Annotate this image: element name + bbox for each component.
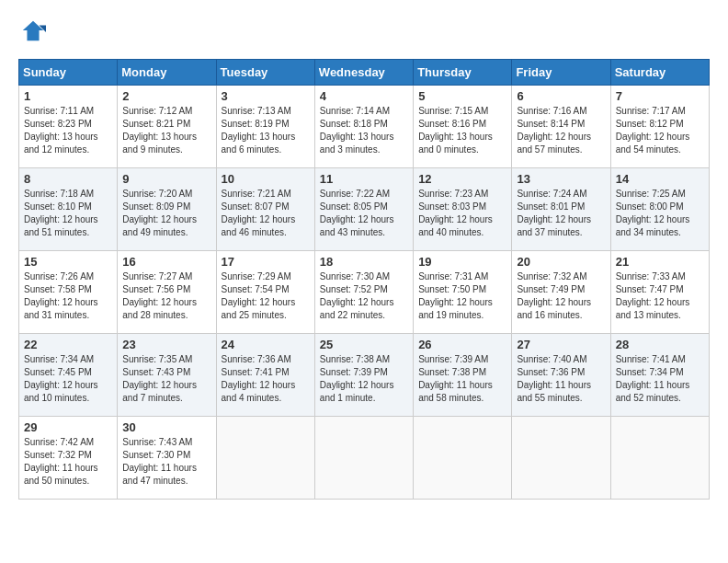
day-number: 12	[418, 172, 506, 186]
calendar-cell: 29Sunrise: 7:42 AMSunset: 7:32 PMDayligh…	[19, 417, 118, 500]
day-info: Sunrise: 7:30 AMSunset: 7:52 PMDaylight:…	[320, 270, 408, 322]
day-number: 28	[616, 338, 704, 351]
day-number: 10	[222, 172, 310, 186]
calendar-cell: 6Sunrise: 7:16 AMSunset: 8:14 PMDaylight…	[512, 86, 610, 168]
day-info: Sunrise: 7:24 AMSunset: 8:01 PMDaylight:…	[517, 188, 605, 239]
day-number: 26	[418, 338, 506, 351]
calendar-cell: 3Sunrise: 7:13 AMSunset: 8:19 PMDaylight…	[216, 86, 314, 168]
day-info: Sunrise: 7:32 AMSunset: 7:49 PMDaylight:…	[517, 270, 605, 322]
day-number: 19	[418, 255, 506, 269]
calendar-cell	[512, 417, 610, 500]
calendar-table: SundayMondayTuesdayWednesdayThursdayFrid…	[18, 59, 710, 500]
day-info: Sunrise: 7:11 AMSunset: 8:23 PMDaylight:…	[24, 105, 112, 156]
day-number: 16	[122, 255, 210, 269]
day-info: Sunrise: 7:43 AMSunset: 7:30 PMDaylight:…	[122, 436, 210, 488]
day-info: Sunrise: 7:33 AMSunset: 7:47 PMDaylight:…	[616, 270, 704, 322]
calendar-cell: 19Sunrise: 7:31 AMSunset: 7:50 PMDayligh…	[414, 251, 512, 334]
calendar-cell: 22Sunrise: 7:34 AMSunset: 7:45 PMDayligh…	[19, 334, 118, 417]
col-header-monday: Monday	[118, 60, 216, 86]
svg-marker-0	[23, 21, 43, 40]
calendar-cell: 15Sunrise: 7:26 AMSunset: 7:58 PMDayligh…	[19, 251, 118, 334]
day-info: Sunrise: 7:25 AMSunset: 8:00 PMDaylight:…	[616, 188, 704, 239]
calendar-cell: 12Sunrise: 7:23 AMSunset: 8:03 PMDayligh…	[414, 168, 512, 251]
calendar-cell: 27Sunrise: 7:40 AMSunset: 7:36 PMDayligh…	[512, 334, 610, 417]
col-header-friday: Friday	[512, 60, 610, 86]
calendar-cell: 18Sunrise: 7:30 AMSunset: 7:52 PMDayligh…	[314, 251, 413, 334]
day-info: Sunrise: 7:39 AMSunset: 7:38 PMDaylight:…	[418, 353, 506, 405]
calendar-cell: 30Sunrise: 7:43 AMSunset: 7:30 PMDayligh…	[118, 417, 216, 500]
day-number: 3	[222, 89, 310, 103]
day-number: 21	[616, 255, 704, 269]
day-number: 25	[320, 338, 408, 351]
calendar-cell: 16Sunrise: 7:27 AMSunset: 7:56 PMDayligh…	[118, 251, 216, 334]
day-info: Sunrise: 7:20 AMSunset: 8:09 PMDaylight:…	[122, 188, 210, 239]
day-info: Sunrise: 7:38 AMSunset: 7:39 PMDaylight:…	[320, 353, 408, 405]
calendar-cell: 11Sunrise: 7:22 AMSunset: 8:05 PMDayligh…	[314, 168, 413, 251]
day-info: Sunrise: 7:31 AMSunset: 7:50 PMDaylight:…	[418, 270, 506, 322]
day-number: 5	[418, 89, 506, 103]
calendar-header-row: SundayMondayTuesdayWednesdayThursdayFrid…	[19, 60, 710, 86]
calendar-cell	[414, 417, 512, 500]
day-number: 7	[616, 89, 704, 103]
calendar-cell: 20Sunrise: 7:32 AMSunset: 7:49 PMDayligh…	[512, 251, 610, 334]
day-info: Sunrise: 7:16 AMSunset: 8:14 PMDaylight:…	[517, 105, 605, 156]
day-number: 22	[24, 338, 112, 351]
calendar-week-row: 8Sunrise: 7:18 AMSunset: 8:10 PMDaylight…	[19, 168, 710, 251]
logo-icon	[20, 18, 46, 44]
day-info: Sunrise: 7:12 AMSunset: 8:21 PMDaylight:…	[122, 105, 210, 156]
day-number: 27	[517, 338, 605, 351]
day-info: Sunrise: 7:21 AMSunset: 8:07 PMDaylight:…	[222, 188, 310, 239]
day-number: 29	[24, 420, 112, 434]
day-number: 15	[24, 255, 112, 269]
calendar-week-row: 1Sunrise: 7:11 AMSunset: 8:23 PMDaylight…	[19, 86, 710, 168]
col-header-thursday: Thursday	[414, 60, 512, 86]
calendar-week-row: 22Sunrise: 7:34 AMSunset: 7:45 PMDayligh…	[19, 334, 710, 417]
day-info: Sunrise: 7:14 AMSunset: 8:18 PMDaylight:…	[320, 105, 408, 156]
day-info: Sunrise: 7:15 AMSunset: 8:16 PMDaylight:…	[418, 105, 506, 156]
calendar-week-row: 15Sunrise: 7:26 AMSunset: 7:58 PMDayligh…	[19, 251, 710, 334]
calendar-cell: 9Sunrise: 7:20 AMSunset: 8:09 PMDaylight…	[118, 168, 216, 251]
day-number: 23	[122, 338, 210, 351]
day-number: 2	[122, 89, 210, 103]
calendar-cell	[314, 417, 413, 500]
day-info: Sunrise: 7:42 AMSunset: 7:32 PMDaylight:…	[24, 436, 112, 488]
day-info: Sunrise: 7:18 AMSunset: 8:10 PMDaylight:…	[24, 188, 112, 239]
col-header-saturday: Saturday	[610, 60, 709, 86]
calendar-cell: 8Sunrise: 7:18 AMSunset: 8:10 PMDaylight…	[19, 168, 118, 251]
calendar-cell	[610, 417, 709, 500]
col-header-wednesday: Wednesday	[314, 60, 413, 86]
day-number: 17	[222, 255, 310, 269]
logo	[18, 18, 48, 44]
day-info: Sunrise: 7:40 AMSunset: 7:36 PMDaylight:…	[517, 353, 605, 405]
day-info: Sunrise: 7:41 AMSunset: 7:34 PMDaylight:…	[616, 353, 704, 405]
calendar-cell: 28Sunrise: 7:41 AMSunset: 7:34 PMDayligh…	[610, 334, 709, 417]
day-number: 4	[320, 89, 408, 103]
day-info: Sunrise: 7:34 AMSunset: 7:45 PMDaylight:…	[24, 353, 112, 405]
calendar-cell: 21Sunrise: 7:33 AMSunset: 7:47 PMDayligh…	[610, 251, 709, 334]
calendar-cell	[216, 417, 314, 500]
day-number: 18	[320, 255, 408, 269]
col-header-tuesday: Tuesday	[216, 60, 314, 86]
day-number: 13	[517, 172, 605, 186]
day-info: Sunrise: 7:27 AMSunset: 7:56 PMDaylight:…	[122, 270, 210, 322]
calendar-cell: 13Sunrise: 7:24 AMSunset: 8:01 PMDayligh…	[512, 168, 610, 251]
day-number: 14	[616, 172, 704, 186]
day-info: Sunrise: 7:36 AMSunset: 7:41 PMDaylight:…	[222, 353, 310, 405]
calendar-cell: 24Sunrise: 7:36 AMSunset: 7:41 PMDayligh…	[216, 334, 314, 417]
day-info: Sunrise: 7:35 AMSunset: 7:43 PMDaylight:…	[122, 353, 210, 405]
day-info: Sunrise: 7:23 AMSunset: 8:03 PMDaylight:…	[418, 188, 506, 239]
calendar-cell: 25Sunrise: 7:38 AMSunset: 7:39 PMDayligh…	[314, 334, 413, 417]
day-number: 9	[122, 172, 210, 186]
day-info: Sunrise: 7:22 AMSunset: 8:05 PMDaylight:…	[320, 188, 408, 239]
calendar-cell: 17Sunrise: 7:29 AMSunset: 7:54 PMDayligh…	[216, 251, 314, 334]
day-info: Sunrise: 7:26 AMSunset: 7:58 PMDaylight:…	[24, 270, 112, 322]
day-number: 11	[320, 172, 408, 186]
day-number: 6	[517, 89, 605, 103]
day-info: Sunrise: 7:13 AMSunset: 8:19 PMDaylight:…	[222, 105, 310, 156]
calendar-cell: 1Sunrise: 7:11 AMSunset: 8:23 PMDaylight…	[19, 86, 118, 168]
day-number: 1	[24, 89, 112, 103]
calendar-cell: 5Sunrise: 7:15 AMSunset: 8:16 PMDaylight…	[414, 86, 512, 168]
day-number: 8	[24, 172, 112, 186]
calendar-cell: 10Sunrise: 7:21 AMSunset: 8:07 PMDayligh…	[216, 168, 314, 251]
day-number: 30	[122, 420, 210, 434]
